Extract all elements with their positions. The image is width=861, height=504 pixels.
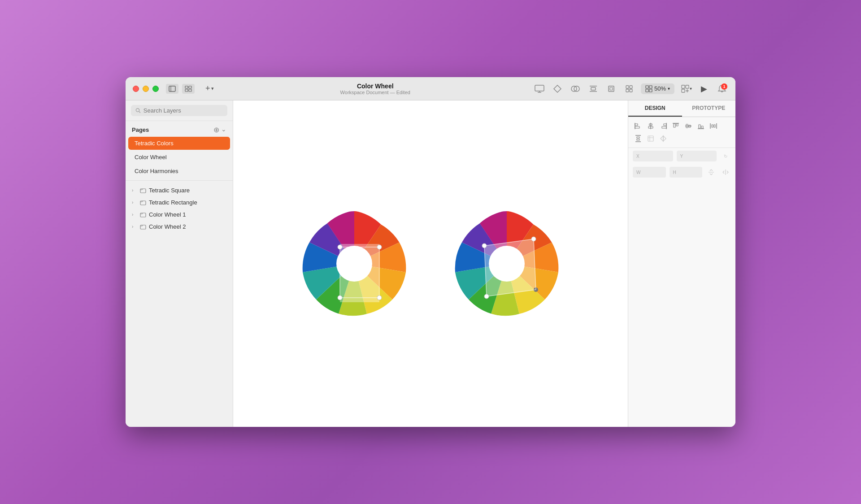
align-toolbar <box>628 117 735 148</box>
search-input-wrap[interactable] <box>131 105 227 116</box>
search-icon <box>135 108 141 113</box>
svg-rect-16 <box>610 87 613 90</box>
close-button[interactable] <box>133 86 139 92</box>
app-window: + ▾ Color Wheel Workspace Document — Edi… <box>126 77 735 427</box>
svg-rect-17 <box>626 86 629 88</box>
svg-rect-34 <box>140 213 146 217</box>
svg-rect-35 <box>140 225 146 229</box>
notification-button[interactable]: 1 <box>716 83 728 95</box>
h-label: H <box>673 170 676 175</box>
panel-tabs: DESIGN PROTOTYPE <box>628 100 735 117</box>
layer-item-tetradic-rectangle[interactable]: › Tetradic Rectangle <box>126 196 233 209</box>
align-center-v-button[interactable] <box>683 121 694 131</box>
distribute-h-button[interactable] <box>708 121 719 131</box>
sidebar: Pages ⊕ ⌄ Tetradic Colors Color Wheel Co… <box>126 100 233 427</box>
document-subtitle: Workspace Document — Edited <box>340 90 410 95</box>
size-row: W H <box>628 164 735 180</box>
align-top-button[interactable] <box>670 121 681 131</box>
plus-icon: + <box>205 84 210 93</box>
svg-marker-51 <box>484 239 536 296</box>
layer-item-color-wheel-1[interactable]: › Color Wheel 1 <box>126 209 233 221</box>
frame-icon[interactable] <box>605 83 617 95</box>
svg-rect-33 <box>140 201 146 205</box>
add-chevron: ▾ <box>211 86 214 91</box>
maximize-button[interactable] <box>152 86 159 92</box>
layer-label: Tetradic Square <box>149 187 190 194</box>
search-input[interactable] <box>144 107 223 114</box>
mask-icon[interactable] <box>569 83 582 95</box>
chevron-icon: › <box>132 200 137 205</box>
minimize-button[interactable] <box>143 86 149 92</box>
flip-h-icon[interactable] <box>720 167 731 178</box>
h-input[interactable]: H <box>670 167 703 178</box>
layer-item-color-wheel-2[interactable]: › Color Wheel 2 <box>126 221 233 233</box>
add-page-icon[interactable]: ⊕ <box>213 126 219 134</box>
page-label-colorwheel: Color Wheel <box>135 154 167 161</box>
grid-view-button[interactable] <box>182 84 195 94</box>
y-input[interactable]: Y <box>677 151 717 161</box>
x-label: X <box>636 154 639 159</box>
traffic-lights <box>133 86 159 92</box>
svg-rect-66 <box>664 124 666 126</box>
page-label-tetradic: Tetradic Colors <box>135 140 174 147</box>
align-center-h-button[interactable] <box>645 121 656 131</box>
folder-icon <box>140 200 146 206</box>
distribute-v-button[interactable] <box>633 133 644 144</box>
add-button[interactable]: + ▾ <box>202 82 217 95</box>
color-wheel-1[interactable] <box>300 210 408 317</box>
rotation-input[interactable]: ↻ <box>720 151 731 161</box>
svg-rect-21 <box>646 86 648 88</box>
distribute-icon[interactable] <box>587 83 600 95</box>
w-input[interactable]: W <box>633 167 666 178</box>
page-item-colorwheel[interactable]: Color Wheel <box>128 151 230 164</box>
x-input[interactable]: X <box>633 151 673 161</box>
svg-rect-25 <box>682 85 685 88</box>
layers-section: › Tetradic Square › Tetradic Rectangle <box>126 180 233 236</box>
tab-prototype[interactable]: PROTOTYPE <box>682 100 736 117</box>
document-title: Color Wheel Workspace Document — Edited <box>217 83 533 95</box>
svg-rect-2 <box>185 86 188 88</box>
position-row: X Y ↻ <box>628 148 735 164</box>
toolbar-right: 50% ▾ ▾ ▶ 1 <box>533 83 728 95</box>
zoom-control[interactable]: 50% ▾ <box>641 83 674 94</box>
component-icon[interactable] <box>551 83 564 95</box>
svg-rect-70 <box>676 124 678 126</box>
page-item-tetradic[interactable]: Tetradic Colors <box>128 137 230 150</box>
layer-label: Tetradic Rectangle <box>149 199 197 206</box>
scale-icon[interactable] <box>645 133 656 144</box>
flip-v-icon[interactable] <box>706 167 717 178</box>
svg-rect-84 <box>637 139 639 140</box>
folder-icon <box>140 224 146 230</box>
svg-rect-26 <box>686 85 689 88</box>
single-view-button[interactable] <box>166 84 178 94</box>
flip-icon[interactable] <box>658 133 669 144</box>
page-item-colorharmonies[interactable]: Color Harmonies <box>128 165 230 178</box>
canvas[interactable] <box>233 100 628 427</box>
component2-icon[interactable] <box>623 83 635 95</box>
svg-rect-60 <box>635 124 638 126</box>
align-bottom-button[interactable] <box>696 121 706 131</box>
svg-rect-76 <box>701 126 703 128</box>
svg-rect-0 <box>169 86 175 91</box>
play-button[interactable]: ▶ <box>698 83 710 95</box>
svg-rect-27 <box>682 89 685 92</box>
svg-rect-32 <box>140 189 146 193</box>
chevron-icon: › <box>132 224 137 229</box>
align-left-button[interactable] <box>633 121 644 131</box>
align-right-button[interactable] <box>658 121 669 131</box>
layers-icon[interactable]: ▾ <box>680 83 692 95</box>
color-wheel-2[interactable] <box>453 210 561 317</box>
notification-badge: 1 <box>721 83 727 90</box>
svg-rect-61 <box>635 126 639 128</box>
folder-icon <box>140 187 146 194</box>
present-icon[interactable] <box>533 83 546 95</box>
search-bar <box>126 100 233 121</box>
pages-chevron-icon[interactable]: ⌄ <box>221 126 226 134</box>
svg-rect-6 <box>535 85 544 91</box>
svg-rect-5 <box>189 89 191 91</box>
chevron-icon: › <box>132 212 137 217</box>
svg-rect-4 <box>185 89 188 91</box>
layer-item-tetradic-square[interactable]: › Tetradic Square <box>126 184 233 196</box>
tab-design[interactable]: DESIGN <box>628 100 682 117</box>
window-controls <box>166 84 195 94</box>
